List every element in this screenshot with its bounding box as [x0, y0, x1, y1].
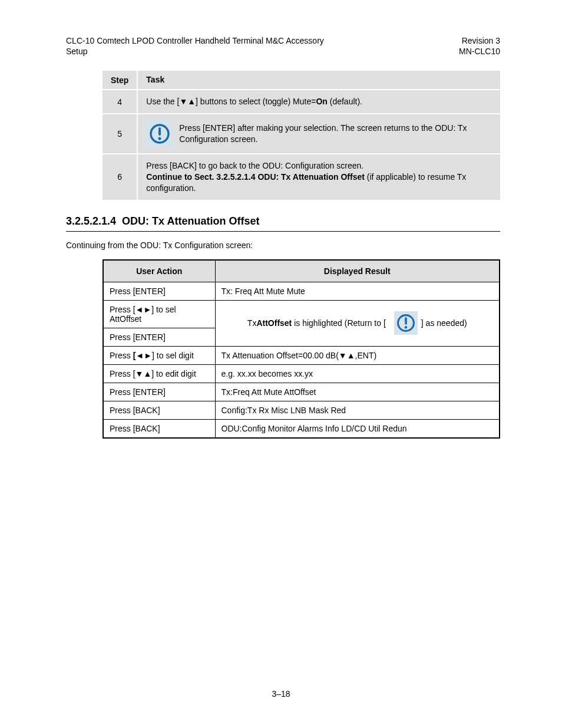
- task-header: Task: [137, 71, 500, 90]
- task-cell: Press [BACK] to go back to the ODU: Conf…: [137, 154, 500, 200]
- action-cell: Press [BACK]: [103, 401, 215, 419]
- task-table: Step Task 4 Use the [▼▲] buttons to sele…: [103, 71, 500, 200]
- section-title: ODU: Tx Attenuation Offset: [122, 215, 259, 227]
- action-header: User Action: [103, 260, 215, 282]
- important-icon: [146, 120, 173, 147]
- step-number: 5: [103, 114, 137, 154]
- result-cell: ODU:Config Monitor Alarms Info LD/CD Uti…: [215, 419, 500, 438]
- task-cell: Use the [▼▲] buttons to select (toggle) …: [137, 90, 500, 114]
- step-header: Step: [103, 71, 137, 90]
- leftright-icon: ◄►: [135, 305, 152, 314]
- task-text: Press [BACK] to go back to the ODU: Conf…: [146, 160, 492, 172]
- updown-icon: ▼▲: [135, 369, 152, 378]
- result-cell: e.g. xx.xx becomes xx.yx: [215, 364, 500, 383]
- action-cell: Press [◄►] to sel digit: [103, 346, 215, 364]
- result-cell: Tx:Freq Att Mute AttOffset: [215, 383, 500, 401]
- task-bold: Continue to Sect. 3.2.5.2.1.4 ODU: Tx At…: [146, 172, 365, 182]
- table-header-row: Step Task: [103, 71, 500, 90]
- action-cell: Press [◄►] to sel AttOffset: [103, 300, 215, 328]
- table-row: Press [BACK] ODU:Config Monitor Alarms I…: [103, 419, 500, 438]
- task-cell: Press [ENTER] after making your selectio…: [137, 114, 500, 154]
- section-heading: 3.2.5.2.1.4 ODU: Tx Attenuation Offset: [66, 215, 500, 232]
- step-number: 6: [103, 154, 137, 200]
- action-cell: Press [ENTER]: [103, 383, 215, 401]
- table-row: Press [◄►] to sel AttOffset Tx AttOffset…: [103, 300, 500, 328]
- section-number: 3.2.5.2.1.4: [66, 215, 116, 227]
- header-right: Revision 3 MN-CLC10: [459, 35, 500, 57]
- updown-icon: ▼▲: [179, 97, 196, 106]
- table-row: Press [ENTER] Tx: Freq Att Mute Mute: [103, 282, 500, 300]
- table-row: Press [ENTER] Tx:Freq Att Mute AttOffset: [103, 383, 500, 401]
- step-number: 4: [103, 90, 137, 114]
- result-header: Displayed Result: [215, 260, 500, 282]
- header-title-2: Setup: [66, 46, 324, 57]
- result-cell: Tx: Freq Att Mute Mute: [215, 282, 500, 300]
- table-row: Press [▼▲] to edit digit e.g. xx.xx beco…: [103, 364, 500, 383]
- task-text: Press [ENTER] after making your selectio…: [179, 123, 492, 145]
- table-row: 5 Press [ENTER] after making your select…: [103, 114, 500, 154]
- header-rev: Revision 3: [459, 35, 500, 46]
- action-cell: Press [▼▲] to edit digit: [103, 364, 215, 383]
- table-row: 6 Press [BACK] to go back to the ODU: Co…: [103, 154, 500, 200]
- page-header: CLC-10 Comtech LPOD Controller Handheld …: [66, 35, 500, 57]
- svg-rect-1: [158, 127, 161, 136]
- table-header-row: User Action Displayed Result: [103, 260, 500, 282]
- header-code: MN-CLC10: [459, 46, 500, 57]
- leftright-icon: ◄►: [135, 351, 152, 360]
- action-cell: Press [BACK]: [103, 419, 215, 438]
- header-title-1: CLC-10 Comtech LPOD Controller Handheld …: [66, 35, 324, 46]
- result-cell: Tx AttOffset is highlighted (Return to […: [215, 300, 500, 346]
- action-result-table: User Action Displayed Result Press [ENTE…: [103, 259, 500, 439]
- table-row: Press [BACK] Config:Tx Rx Misc LNB Mask …: [103, 401, 500, 419]
- svg-point-5: [405, 326, 407, 328]
- svg-rect-4: [405, 317, 407, 325]
- body-text: Continuing from the ODU: Tx Configuratio…: [66, 240, 500, 251]
- action-cell: Press [ENTER]: [103, 328, 215, 346]
- result-cell: Tx Attenuation Offset=00.00 dB(▼▲,ENT): [215, 346, 500, 364]
- action-cell: Press [ENTER]: [103, 282, 215, 300]
- header-left: CLC-10 Comtech LPOD Controller Handheld …: [66, 35, 324, 57]
- result-cell: Config:Tx Rx Misc LNB Mask Red: [215, 401, 500, 419]
- svg-point-2: [158, 137, 161, 140]
- table-row: Press [◄►] to sel digit Tx Attenuation O…: [103, 346, 500, 364]
- important-icon: [394, 311, 418, 335]
- page-number: 3–18: [0, 689, 562, 699]
- table-row: 4 Use the [▼▲] buttons to select (toggle…: [103, 90, 500, 114]
